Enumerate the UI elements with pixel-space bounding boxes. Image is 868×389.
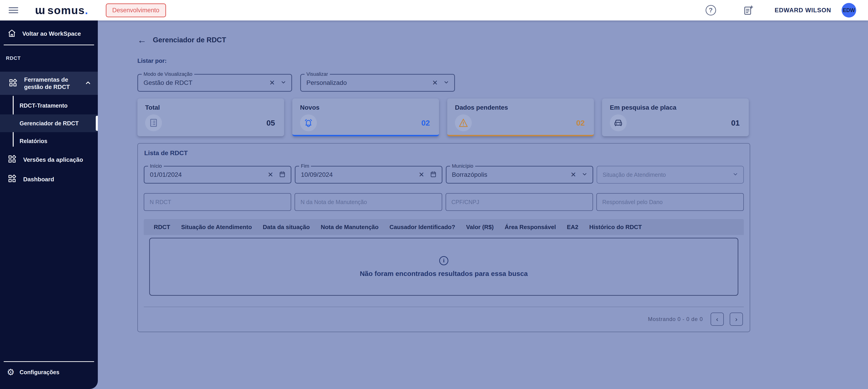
column-header: RDCT (154, 223, 170, 231)
info-glyph: i (443, 258, 445, 264)
sidebar-group-label: Ferramentas de gestão de RDCT (24, 76, 81, 91)
page-title: Gerenciador de RDCT (153, 36, 226, 44)
field-value: 01/01/2024 (150, 171, 268, 178)
card-dados-pendentes[interactable]: Dados pendentes 02 (447, 98, 594, 136)
sidebar-footer: ⚙ Configurações (0, 361, 98, 389)
chevron-down-icon[interactable] (582, 171, 588, 178)
bell-icon (300, 114, 317, 131)
column-header: Histórico do RDCT (589, 223, 642, 231)
sidebar-item-configuracoes[interactable]: ⚙ Configurações (0, 362, 98, 377)
summary-cards: Total 05 Novos (137, 98, 868, 136)
clear-icon[interactable]: ✕ (570, 171, 576, 178)
fim-date-field[interactable]: Fim 10/09/2024 ✕ (295, 166, 442, 184)
sidebar-subitem-label: Relatórios (20, 138, 47, 145)
panel-title: Lista de RDCT (144, 149, 744, 157)
sidebar: Voltar ao WorkSpace RDCT Ferramentas de … (0, 21, 98, 389)
chevron-down-icon[interactable] (280, 80, 286, 86)
sidebar-item-relatorios[interactable]: Relatórios (0, 132, 98, 150)
pagination: Mostrando 0 - 0 de 0 ‹ › (144, 307, 744, 326)
card-title: Em pesquisa de placa (610, 104, 740, 111)
home-icon (7, 29, 17, 39)
sidebar-subgroup: RDCT-Tratamento Gerenciador de RDCT Rela… (0, 95, 98, 150)
empty-results-box: i Não foram encontrados resultados para … (149, 238, 738, 296)
topbar: ɯsomus. Desenvolvimento ? EDWARD WILSON … (0, 0, 868, 21)
lista-rdct-panel: Lista de RDCT Início 01/01/2024 ✕ Fim (137, 143, 750, 332)
clear-icon[interactable]: ✕ (269, 80, 275, 86)
sidebar-subitem-label: Gerenciador de RDCT (20, 120, 79, 127)
avatar[interactable]: EDW (842, 3, 856, 18)
empty-results-message: Não foram encontrados resultados para es… (360, 270, 528, 277)
card-pesquisa-placa[interactable]: Em pesquisa de placa 01 (602, 98, 749, 136)
calendar-icon[interactable] (279, 171, 286, 179)
sidebar-item-label: Dashboard (23, 176, 54, 183)
listar-por-label: Listar por: (137, 57, 868, 64)
next-page-button[interactable]: › (730, 312, 743, 326)
logo-glyph-icon: ɯ (35, 4, 45, 17)
help-icon[interactable]: ? (706, 5, 716, 16)
chevron-down-icon[interactable] (443, 80, 449, 86)
sidebar-item-dashboard[interactable]: Dashboard (0, 170, 98, 189)
sidebar-item-label: Versões da aplicação (23, 156, 83, 163)
category-icon (7, 154, 17, 166)
column-header: EA2 (567, 223, 579, 231)
modo-visualizacao-select[interactable]: Modo de Visualização Gestão de RDCT ✕ (137, 74, 292, 92)
car-icon (610, 114, 627, 131)
municipio-select[interactable]: Município Borrazópolis ✕ (446, 166, 593, 184)
logo-text: somus (47, 4, 85, 17)
back-arrow-icon[interactable]: ← (137, 35, 147, 44)
menu-icon[interactable] (9, 6, 18, 15)
inicio-date-field[interactable]: Início 01/01/2024 ✕ (144, 166, 291, 184)
column-header: Data da situação (263, 223, 310, 231)
sidebar-back-label: Voltar ao WorkSpace (22, 30, 81, 37)
field-value: Borrazópolis (452, 171, 571, 178)
note-add-icon[interactable] (743, 5, 754, 16)
sidebar-group-ferramentas[interactable]: Ferramentas de gestão de RDCT (0, 72, 98, 95)
field-label: Modo de Visualização (142, 71, 194, 77)
column-header: Causador Identificado? (390, 223, 455, 231)
pagination-summary: Mostrando 0 - 0 de 0 (648, 316, 703, 322)
responsavel-dano-input[interactable] (596, 193, 744, 211)
chevron-up-icon (85, 80, 91, 87)
field-label: Fim (299, 163, 311, 169)
clear-icon[interactable]: ✕ (268, 171, 273, 178)
sidebar-item-gerenciador-rdct[interactable]: Gerenciador de RDCT (0, 114, 98, 132)
card-title: Total (145, 104, 275, 111)
topbar-actions: ? EDWARD WILSON EDW (706, 3, 868, 18)
field-value: 10/09/2024 (301, 171, 419, 178)
main-content: ← Gerenciador de RDCT Listar por: Modo d… (98, 21, 868, 389)
cpf-cnpj-input[interactable] (445, 193, 593, 211)
card-total[interactable]: Total 05 (137, 98, 284, 136)
card-count: 01 (731, 119, 740, 127)
sidebar-item-versoes[interactable]: Versões da aplicação (0, 150, 98, 170)
card-count: 02 (576, 119, 585, 127)
clear-icon[interactable]: ✕ (418, 171, 424, 178)
filter-row-2 (144, 193, 744, 211)
sidebar-item-rdct-tratamento[interactable]: RDCT-Tratamento (0, 97, 98, 114)
user-name[interactable]: EDWARD WILSON (775, 7, 831, 14)
sidebar-divider (4, 44, 94, 45)
prev-page-button[interactable]: ‹ (711, 312, 724, 326)
card-novos[interactable]: Novos 02 (292, 98, 439, 136)
card-title: Novos (300, 104, 430, 111)
sidebar-item-voltar-workspace[interactable]: Voltar ao WorkSpace (0, 21, 98, 39)
list-icon (145, 114, 162, 131)
n-rdct-input[interactable] (144, 193, 291, 211)
clear-icon[interactable]: ✕ (432, 80, 438, 86)
situacao-atendimento-select[interactable]: Situação de Atendimento (597, 166, 744, 184)
field-value: Personalizado (306, 79, 432, 86)
chevron-down-icon[interactable] (733, 171, 738, 178)
visualizar-select[interactable]: Visualizar Personalizado ✕ (300, 74, 455, 92)
column-header: Área Responsável (504, 223, 556, 231)
nota-manutencao-input[interactable] (294, 193, 442, 211)
warning-icon (455, 114, 472, 131)
column-header: Situação de Atendimento (181, 223, 252, 231)
sidebar-section-label: RDCT (6, 55, 98, 61)
field-label: Início (148, 163, 164, 169)
active-indicator (96, 116, 98, 131)
column-header: Nota de Manutenção (321, 223, 378, 231)
field-value: Gestão de RDCT (144, 79, 269, 86)
calendar-icon[interactable] (430, 171, 437, 179)
info-icon: i (439, 256, 448, 265)
gear-icon: ⚙ (7, 368, 14, 377)
sidebar-subitem-label: RDCT-Tratamento (20, 102, 67, 109)
